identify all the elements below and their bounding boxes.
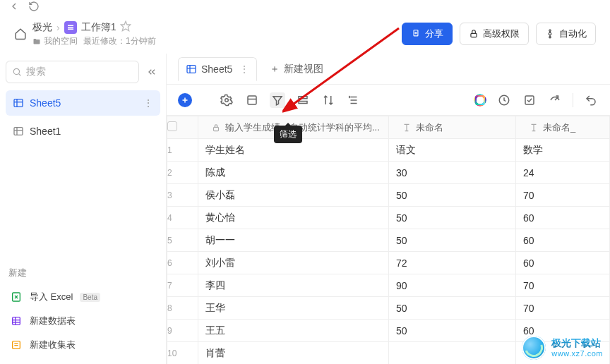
cell[interactable]: 70 bbox=[516, 274, 610, 297]
column-b-header[interactable]: 未命名 bbox=[389, 116, 516, 139]
share-button[interactable]: 分享 bbox=[402, 23, 453, 45]
sheet-item-sheet1[interactable]: Sheet1 bbox=[6, 119, 160, 144]
cell[interactable]: 王五 bbox=[198, 320, 389, 342]
svg-marker-3 bbox=[121, 21, 131, 30]
text-icon bbox=[529, 123, 539, 133]
sidebar-section-title: 新建 bbox=[6, 267, 160, 279]
cell[interactable]: 王华 bbox=[198, 297, 389, 320]
table-row[interactable]: 2陈成3024 bbox=[167, 162, 610, 184]
checkbox-icon[interactable] bbox=[522, 92, 537, 108]
column-a-header[interactable]: 输入学生成绩，自动统计学科的平均... bbox=[198, 116, 389, 139]
cell[interactable]: 70 bbox=[516, 184, 610, 207]
row-number: 2 bbox=[167, 162, 198, 184]
svg-point-8 bbox=[549, 37, 551, 38]
star-icon[interactable] bbox=[120, 20, 131, 34]
table-icon bbox=[13, 126, 24, 137]
group-icon[interactable] bbox=[295, 92, 311, 108]
tab-menu-icon[interactable]: ⋮ bbox=[239, 63, 249, 75]
cell[interactable]: 90 bbox=[389, 274, 516, 297]
filter-button[interactable] bbox=[270, 92, 285, 108]
breadcrumb-title[interactable]: 工作簿1 bbox=[81, 21, 116, 34]
lock-icon bbox=[211, 123, 221, 133]
cell[interactable] bbox=[389, 342, 516, 365]
back-icon[interactable] bbox=[8, 1, 20, 14]
search-input[interactable]: 搜索 bbox=[6, 61, 139, 83]
svg-rect-11 bbox=[14, 99, 23, 107]
row-number: 9 bbox=[167, 320, 198, 342]
cell[interactable]: 刘小雷 bbox=[198, 252, 389, 274]
import-excel-button[interactable]: 导入 Excel Beta bbox=[6, 285, 160, 309]
new-view-button[interactable]: ＋ 新建视图 bbox=[270, 63, 323, 75]
cell[interactable]: 数学 bbox=[516, 139, 610, 162]
cell[interactable]: 70 bbox=[516, 297, 610, 320]
table-row[interactable]: 1学生姓名语文数学 bbox=[167, 139, 610, 162]
cell[interactable]: 50 bbox=[389, 229, 516, 252]
table-row[interactable]: 7李四9070 bbox=[167, 274, 610, 297]
cell[interactable]: 60 bbox=[516, 207, 610, 229]
row-number: 5 bbox=[167, 229, 198, 252]
cell[interactable]: 30 bbox=[389, 162, 516, 184]
table-row[interactable]: 4黄心怡5060 bbox=[167, 207, 610, 229]
table-icon bbox=[13, 97, 24, 109]
data-grid[interactable]: 输入学生成绩，自动统计学科的平均... 未命名 bbox=[167, 116, 610, 364]
database-icon bbox=[10, 315, 23, 327]
new-form-button[interactable]: 新建收集表 bbox=[6, 333, 160, 357]
cell[interactable]: 陈成 bbox=[198, 162, 389, 184]
automation-button[interactable]: 自动化 bbox=[536, 23, 596, 45]
add-record-button[interactable] bbox=[178, 93, 192, 107]
settings-icon[interactable] bbox=[219, 92, 234, 108]
cell[interactable]: 语文 bbox=[389, 139, 516, 162]
home-icon[interactable] bbox=[14, 28, 27, 40]
select-all-header[interactable] bbox=[167, 116, 198, 139]
row-number: 6 bbox=[167, 252, 198, 274]
cell[interactable]: 60 bbox=[516, 252, 610, 274]
cell[interactable]: 50 bbox=[389, 297, 516, 320]
refresh-icon[interactable] bbox=[28, 1, 40, 14]
breadcrumb-parent[interactable]: 极光 bbox=[32, 21, 52, 34]
divider bbox=[573, 93, 573, 107]
ai-icon[interactable] bbox=[474, 94, 486, 107]
table-row[interactable]: 8王华5070 bbox=[167, 297, 610, 320]
row-number: 4 bbox=[167, 207, 198, 229]
fields-icon[interactable] bbox=[244, 92, 260, 108]
svg-rect-31 bbox=[248, 96, 256, 104]
cell[interactable]: 50 bbox=[389, 320, 516, 342]
cell[interactable]: 肖蕾 bbox=[198, 342, 389, 365]
table-row[interactable]: 5胡一一5060 bbox=[167, 229, 610, 252]
search-icon bbox=[12, 67, 22, 77]
cell[interactable]: 50 bbox=[389, 207, 516, 229]
cell[interactable]: 50 bbox=[389, 184, 516, 207]
cell[interactable]: 胡一一 bbox=[198, 229, 389, 252]
row-height-icon[interactable] bbox=[346, 92, 361, 108]
share-view-icon[interactable] bbox=[547, 92, 563, 108]
cell[interactable]: 24 bbox=[516, 162, 610, 184]
sheet-item-label: Sheet5 bbox=[30, 97, 61, 109]
sheet-item-sheet5[interactable]: Sheet5 ⋮ bbox=[6, 90, 160, 116]
collapse-sidebar-icon[interactable] bbox=[143, 63, 160, 80]
table-row[interactable]: 3侯小磊5070 bbox=[167, 184, 610, 207]
column-c-header[interactable]: 未命名_ bbox=[516, 116, 610, 139]
sheet-item-menu-icon[interactable]: ⋮ bbox=[143, 97, 153, 109]
table-row[interactable]: 6刘小雷7260 bbox=[167, 252, 610, 274]
sort-icon[interactable] bbox=[321, 92, 336, 108]
cell[interactable]: 60 bbox=[516, 229, 610, 252]
svg-rect-40 bbox=[525, 96, 534, 104]
cell[interactable]: 侯小磊 bbox=[198, 184, 389, 207]
undo-icon[interactable] bbox=[583, 92, 599, 108]
svg-rect-14 bbox=[14, 128, 23, 135]
svg-rect-35 bbox=[299, 101, 307, 103]
chevron-right-icon: › bbox=[56, 22, 60, 33]
svg-rect-1 bbox=[68, 27, 73, 28]
cell[interactable]: 学生姓名 bbox=[198, 139, 389, 162]
cell[interactable]: 黄心怡 bbox=[198, 207, 389, 229]
cell[interactable]: 72 bbox=[389, 252, 516, 274]
space-label[interactable]: 我的空间 bbox=[32, 35, 78, 47]
new-database-button[interactable]: 新建数据表 bbox=[6, 309, 160, 333]
history-icon[interactable] bbox=[496, 92, 512, 108]
svg-rect-5 bbox=[471, 33, 477, 37]
breadcrumb: 极光 › 工作簿1 bbox=[32, 20, 156, 34]
cell[interactable]: 李四 bbox=[198, 274, 389, 297]
permissions-button[interactable]: 高级权限 bbox=[460, 23, 529, 45]
tab-sheet5[interactable]: Sheet5 ⋮ bbox=[178, 57, 257, 81]
svg-rect-25 bbox=[187, 66, 196, 73]
